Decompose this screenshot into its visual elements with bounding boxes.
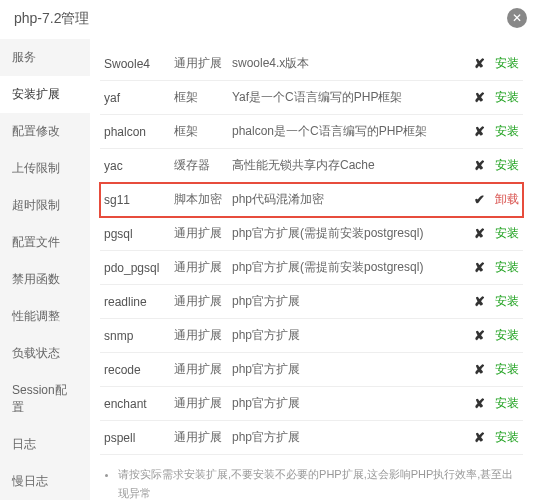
sidebar-item-config-edit[interactable]: 配置修改 — [0, 113, 90, 150]
install-button[interactable]: 安装 — [495, 260, 519, 274]
ext-desc: php官方扩展 — [228, 387, 467, 421]
table-row: readline通用扩展php官方扩展✘安装 — [100, 285, 523, 319]
ext-type: 框架 — [170, 115, 228, 149]
table-row: recode通用扩展php官方扩展✘安装 — [100, 353, 523, 387]
ext-type: 通用扩展 — [170, 387, 228, 421]
install-button[interactable]: 安装 — [495, 362, 519, 376]
sidebar-item-upload-limit[interactable]: 上传限制 — [0, 150, 90, 187]
ext-name: readline — [100, 285, 170, 319]
ext-type: 通用扩展 — [170, 319, 228, 353]
ext-type: 通用扩展 — [170, 285, 228, 319]
ext-type: 脚本加密 — [170, 183, 228, 217]
install-button[interactable]: 安装 — [495, 430, 519, 444]
table-row: yac缓存器高性能无锁共享内存Cache✘安装 — [100, 149, 523, 183]
ext-desc: Yaf是一个C语言编写的PHP框架 — [228, 81, 467, 115]
ext-type: 缓存器 — [170, 149, 228, 183]
ext-name: recode — [100, 353, 170, 387]
ext-type: 通用扩展 — [170, 47, 228, 81]
ext-desc: php官方扩展 — [228, 319, 467, 353]
table-row: pspell通用扩展php官方扩展✘安装 — [100, 421, 523, 455]
table-row: enchant通用扩展php官方扩展✘安装 — [100, 387, 523, 421]
page-title: php-7.2管理 — [14, 10, 89, 26]
install-button[interactable]: 安装 — [495, 396, 519, 410]
table-row: pgsql通用扩展php官方扩展(需提前安装postgresql)✘安装 — [100, 217, 523, 251]
x-icon: ✘ — [467, 47, 491, 81]
ext-name: enchant — [100, 387, 170, 421]
ext-name: phalcon — [100, 115, 170, 149]
sidebar-item-timeout[interactable]: 超时限制 — [0, 187, 90, 224]
install-button[interactable]: 安装 — [495, 56, 519, 70]
table-row: phalcon框架phalcon是一个C语言编写的PHP框架✘安装 — [100, 115, 523, 149]
install-button[interactable]: 安装 — [495, 90, 519, 104]
sidebar: 服务 安装扩展 配置修改 上传限制 超时限制 配置文件 禁用函数 性能调整 负载… — [0, 39, 90, 500]
install-button[interactable]: 安装 — [495, 226, 519, 240]
sidebar-item-load[interactable]: 负载状态 — [0, 335, 90, 372]
ext-name: yac — [100, 149, 170, 183]
note-line: 请按实际需求安装扩展,不要安装不必要的PHP扩展,这会影响PHP执行效率,甚至出… — [118, 465, 523, 500]
ext-desc: swoole4.x版本 — [228, 47, 467, 81]
ext-name: snmp — [100, 319, 170, 353]
ext-type: 通用扩展 — [170, 217, 228, 251]
ext-name: pgsql — [100, 217, 170, 251]
x-icon: ✘ — [467, 285, 491, 319]
ext-name: sg11 — [100, 183, 170, 217]
ext-desc: php官方扩展 — [228, 353, 467, 387]
ext-type: 通用扩展 — [170, 353, 228, 387]
sidebar-item-slowlog[interactable]: 慢日志 — [0, 463, 90, 500]
extensions-table: Swoole4通用扩展swoole4.x版本✘安装yaf框架Yaf是一个C语言编… — [100, 47, 523, 455]
table-row: yaf框架Yaf是一个C语言编写的PHP框架✘安装 — [100, 81, 523, 115]
ext-desc: php官方扩展 — [228, 421, 467, 455]
ext-type: 通用扩展 — [170, 251, 228, 285]
x-icon: ✘ — [467, 149, 491, 183]
sidebar-item-disabled-func[interactable]: 禁用函数 — [0, 261, 90, 298]
ext-desc: php官方扩展(需提前安装postgresql) — [228, 217, 467, 251]
x-icon: ✘ — [467, 353, 491, 387]
notes: 请按实际需求安装扩展,不要安装不必要的PHP扩展,这会影响PHP执行效率,甚至出… — [100, 465, 523, 500]
x-icon: ✘ — [467, 115, 491, 149]
install-button[interactable]: 安装 — [495, 124, 519, 138]
x-icon: ✘ — [467, 387, 491, 421]
install-button[interactable]: 安装 — [495, 158, 519, 172]
ext-name: yaf — [100, 81, 170, 115]
sidebar-item-session[interactable]: Session配置 — [0, 372, 90, 426]
ext-desc: 高性能无锁共享内存Cache — [228, 149, 467, 183]
x-icon: ✘ — [467, 421, 491, 455]
sidebar-item-log[interactable]: 日志 — [0, 426, 90, 463]
check-icon: ✔ — [467, 183, 491, 217]
sidebar-item-config-file[interactable]: 配置文件 — [0, 224, 90, 261]
sidebar-item-service[interactable]: 服务 — [0, 39, 90, 76]
ext-desc: php官方扩展 — [228, 285, 467, 319]
table-row: pdo_pgsql通用扩展php官方扩展(需提前安装postgresql)✘安装 — [100, 251, 523, 285]
ext-type: 框架 — [170, 81, 228, 115]
x-icon: ✘ — [467, 81, 491, 115]
ext-desc: phalcon是一个C语言编写的PHP框架 — [228, 115, 467, 149]
ext-type: 通用扩展 — [170, 421, 228, 455]
x-icon: ✘ — [467, 251, 491, 285]
table-row: Swoole4通用扩展swoole4.x版本✘安装 — [100, 47, 523, 81]
table-row: sg11脚本加密php代码混淆加密✔卸载 — [100, 183, 523, 217]
sidebar-item-perf[interactable]: 性能调整 — [0, 298, 90, 335]
ext-name: pdo_pgsql — [100, 251, 170, 285]
x-icon: ✘ — [467, 319, 491, 353]
table-row: snmp通用扩展php官方扩展✘安装 — [100, 319, 523, 353]
ext-name: Swoole4 — [100, 47, 170, 81]
install-button[interactable]: 安装 — [495, 328, 519, 342]
install-button[interactable]: 安装 — [495, 294, 519, 308]
content-panel: Swoole4通用扩展swoole4.x版本✘安装yaf框架Yaf是一个C语言编… — [90, 39, 535, 500]
x-icon: ✘ — [467, 217, 491, 251]
close-icon[interactable]: ✕ — [507, 8, 527, 28]
ext-name: pspell — [100, 421, 170, 455]
ext-desc: php代码混淆加密 — [228, 183, 467, 217]
sidebar-item-install-ext[interactable]: 安装扩展 — [0, 76, 90, 113]
ext-desc: php官方扩展(需提前安装postgresql) — [228, 251, 467, 285]
uninstall-button[interactable]: 卸载 — [495, 192, 519, 206]
